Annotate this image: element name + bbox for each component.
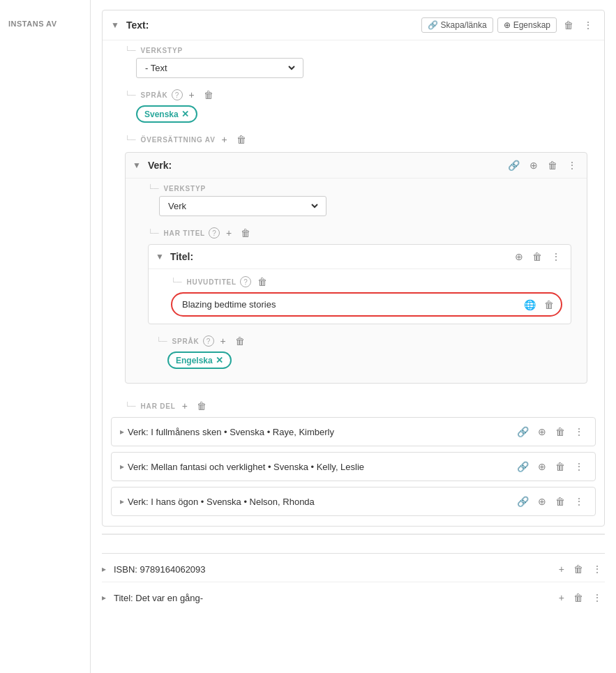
identifikator-trash-button[interactable]: 🗑 bbox=[571, 562, 586, 576]
verk-title-group: ▼ Verk: bbox=[133, 160, 172, 171]
oversattning-trash-button[interactable]: 🗑 bbox=[234, 133, 249, 146]
har-del-plus-button[interactable]: + bbox=[179, 399, 190, 413]
identifikator-chevron[interactable]: ▸ bbox=[102, 564, 106, 574]
skapa-lanka-button[interactable]: 🔗 Skapa/länka bbox=[421, 17, 493, 33]
har-titel-trash-icon: 🗑 bbox=[573, 592, 583, 603]
har-del-item-2-plus[interactable]: ⊕ bbox=[535, 460, 549, 474]
verk-sprak-question-icon[interactable] bbox=[203, 335, 214, 347]
dots-icon: ⋮ bbox=[583, 20, 593, 31]
verk-verkstyp-field: └─ VERKSTYP Verk Text Karta bbox=[126, 179, 587, 220]
sprak-trash-button[interactable]: 🗑 bbox=[201, 88, 216, 102]
har-del-item-3-link[interactable]: 🔗 bbox=[514, 494, 532, 508]
har-del-item-1-actions: 🔗 ⊕ 🗑 ⋮ bbox=[514, 425, 587, 439]
sprak-plus-button[interactable]: + bbox=[186, 88, 197, 102]
verkstyp-select-wrapper: - Text Verk Text Karta bbox=[111, 58, 596, 78]
har-titel-item-title: Titel: Det var en gång- bbox=[114, 593, 203, 603]
verk-plus-circle-button[interactable]: ⊕ bbox=[527, 158, 541, 172]
har-del-item-2-chevron[interactable]: ▸ bbox=[120, 462, 124, 471]
sprak-question-icon[interactable] bbox=[172, 89, 183, 101]
har-titel-more-button[interactable]: ⋮ bbox=[589, 591, 605, 605]
verk-sprak-plus-button[interactable]: + bbox=[218, 334, 229, 348]
titel-dots-icon: ⋮ bbox=[551, 251, 561, 262]
titel-plus-circle-button[interactable]: ⊕ bbox=[512, 250, 526, 264]
identifikator-plus-button[interactable]: + bbox=[556, 562, 567, 576]
har-del-item-1-trash[interactable]: 🗑 bbox=[553, 425, 568, 439]
huvudtitel-question-icon[interactable] bbox=[240, 276, 251, 288]
huvudtitel-input-actions: 🌐 🗑 bbox=[521, 298, 557, 312]
oversattning-trash-icon: 🗑 bbox=[236, 134, 246, 145]
har-del-item-3-more[interactable]: ⋮ bbox=[571, 494, 587, 508]
har-del-items: ▸ Verk: I fullmånens sken • Svenska • Ra… bbox=[111, 417, 596, 516]
verk-trash-button[interactable]: 🗑 bbox=[545, 158, 560, 172]
identifikator-more-button[interactable]: ⋮ bbox=[589, 562, 605, 576]
text-header-actions: 🔗 Skapa/länka ⊕ Egenskap 🗑 ⋮ bbox=[421, 17, 596, 33]
huvudtitel-label: HUVUDTITEL bbox=[187, 278, 236, 286]
har-titel-chevron[interactable]: ▸ bbox=[102, 593, 106, 603]
har-del-item-1-plus[interactable]: ⊕ bbox=[535, 425, 549, 439]
link-icon: 🔗 bbox=[428, 20, 438, 30]
verk-verkstyp-label-row: └─ VERKSTYP bbox=[134, 184, 578, 192]
text-collapse-icon[interactable]: ▼ bbox=[111, 20, 119, 30]
verk-collapse-icon[interactable]: ▼ bbox=[133, 160, 141, 170]
egenskap-button[interactable]: ⊕ Egenskap bbox=[497, 17, 557, 33]
huvudtitel-input-trash-button[interactable]: 🗑 bbox=[541, 298, 557, 312]
verkstyp-dropdown[interactable]: - Text Verk Text Karta bbox=[142, 62, 297, 74]
sprak-trash-icon: 🗑 bbox=[204, 89, 213, 100]
verk-verkstyp-select[interactable]: Verk Text Karta bbox=[159, 196, 326, 216]
har-del-item-2-more[interactable]: ⋮ bbox=[571, 460, 587, 474]
har-del-item-1-header: ▸ Verk: I fullmånens sken • Svenska • Ra… bbox=[112, 418, 595, 446]
verk-hartitel-trash-button[interactable]: 🗑 bbox=[238, 226, 253, 240]
verk-engelska-tag: Engelska ✕ bbox=[167, 351, 232, 369]
titel-title: Titel: bbox=[170, 251, 193, 262]
trash-icon-3: 🗑 bbox=[555, 496, 565, 507]
sprak-tag-wrapper: Svenska ✕ bbox=[111, 105, 596, 123]
verk-link-icon: 🔗 bbox=[508, 160, 520, 171]
har-del-trash-button[interactable]: 🗑 bbox=[194, 399, 209, 413]
identifikator-section-actions: + 🗑 ⋮ bbox=[556, 562, 605, 576]
text-trash-button[interactable]: 🗑 bbox=[561, 18, 576, 32]
verk-trash-icon: 🗑 bbox=[548, 160, 557, 171]
har-del-item-1-chevron[interactable]: ▸ bbox=[120, 427, 124, 437]
huvudtitel-input[interactable] bbox=[171, 292, 562, 317]
titel-title-group: ▼ Titel: bbox=[156, 251, 193, 262]
verk-verkstyp-dropdown[interactable]: Verk Text Karta bbox=[165, 200, 320, 212]
har-titel-plus-icon: + bbox=[559, 592, 564, 603]
verkstyp-select[interactable]: - Text Verk Text Karta bbox=[136, 58, 303, 78]
verk-sprak-trash-button[interactable]: 🗑 bbox=[232, 334, 248, 348]
titel-collapse-icon[interactable]: ▼ bbox=[156, 252, 164, 262]
sprak-tag-close[interactable]: ✕ bbox=[181, 109, 189, 119]
verk-title: Verk: bbox=[148, 160, 172, 171]
har-titel-trash-button[interactable]: 🗑 bbox=[571, 591, 586, 605]
verk-link-button[interactable]: 🔗 bbox=[505, 158, 523, 172]
har-del-item-3-chevron[interactable]: ▸ bbox=[120, 497, 124, 506]
input-trash-icon: 🗑 bbox=[544, 299, 554, 310]
text-more-button[interactable]: ⋮ bbox=[580, 18, 596, 32]
har-del-item-3-trash[interactable]: 🗑 bbox=[553, 494, 568, 508]
titel-more-button[interactable]: ⋮ bbox=[548, 250, 564, 264]
har-del-item-2-trash[interactable]: 🗑 bbox=[553, 460, 568, 474]
har-titel-dots-icon: ⋮ bbox=[592, 592, 602, 603]
oversattning-label-row: └─ ÖVERSÄTTNING AV + 🗑 bbox=[111, 133, 596, 146]
huvudtitel-trash-icon: 🗑 bbox=[257, 276, 267, 287]
oversattning-plus-button[interactable]: + bbox=[219, 133, 230, 146]
huvudtitel-trash-button[interactable]: 🗑 bbox=[255, 275, 270, 289]
har-del-item-1-link[interactable]: 🔗 bbox=[514, 425, 532, 439]
huvudtitel-globe-button[interactable]: 🌐 bbox=[521, 298, 539, 312]
har-del-item-2-link[interactable]: 🔗 bbox=[514, 460, 532, 474]
har-del-item-1-more[interactable]: ⋮ bbox=[571, 425, 587, 439]
verk-sprak-tag-close[interactable]: ✕ bbox=[216, 355, 223, 365]
huvudtitel-input-wrapper: 🌐 🗑 bbox=[171, 292, 562, 317]
har-titel-plus-button[interactable]: + bbox=[556, 591, 567, 605]
verk-hartitel-plus-button[interactable]: + bbox=[223, 226, 234, 240]
identifikator-section-row: ▸ ISBN: 9789164062093 + 🗑 ⋮ bbox=[102, 554, 605, 582]
verk-more-button[interactable]: ⋮ bbox=[564, 158, 580, 172]
titel-trash-button[interactable]: 🗑 bbox=[529, 250, 545, 264]
titel-trash-icon: 🗑 bbox=[532, 251, 542, 262]
har-del-label-row: └─ HAR DEL + 🗑 bbox=[111, 399, 596, 413]
verk-hartitel-question-icon[interactable] bbox=[209, 227, 220, 239]
trash-icon-1: 🗑 bbox=[555, 426, 565, 437]
list-item: ▸ Verk: I hans ögon • Svenska • Nelson, … bbox=[111, 487, 596, 516]
har-del-item-3-plus[interactable]: ⊕ bbox=[535, 494, 549, 508]
verk-engelska-label: Engelska bbox=[176, 356, 213, 365]
plus-icon-egenskap: ⊕ bbox=[504, 20, 511, 30]
